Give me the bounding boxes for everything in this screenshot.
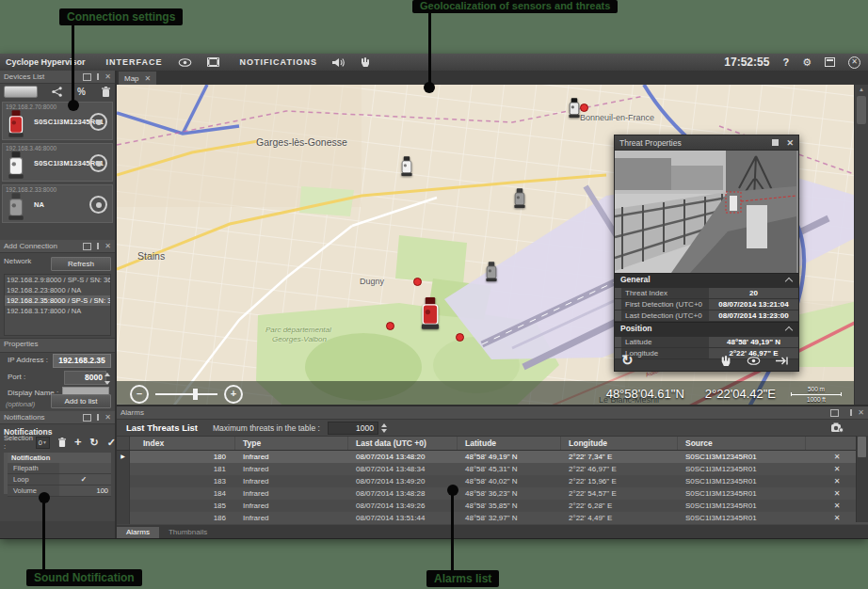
- alarm-settings-icon[interactable]: [831, 422, 844, 433]
- restore-window-icon[interactable]: [825, 57, 835, 67]
- panel-restore-icon[interactable]: [83, 243, 91, 250]
- settings-gear-icon[interactable]: ⚙: [802, 57, 812, 67]
- share-icon[interactable]: [52, 87, 62, 97]
- menu-notifications[interactable]: NOTIFICATIONS: [240, 57, 317, 67]
- map-sensor-marker[interactable]: [399, 156, 414, 177]
- network-list-item[interactable]: 192.168.2.35:8000 / SP-S / SN: 31001: [5, 295, 110, 306]
- panel-pin-icon[interactable]: [850, 409, 852, 416]
- close-icon[interactable]: ✕: [786, 138, 794, 148]
- map-sensor-marker[interactable]: [512, 188, 527, 209]
- map-threat-dot[interactable]: [456, 333, 464, 342]
- refresh-icon[interactable]: ↻: [90, 438, 99, 447]
- property-value[interactable]: ✓: [59, 474, 111, 485]
- trash-icon[interactable]: [58, 438, 66, 447]
- tab-thumbnails[interactable]: Thumbnails: [159, 527, 217, 538]
- device-target-button[interactable]: [89, 113, 107, 131]
- trash-icon[interactable]: [102, 87, 110, 97]
- gesture-icon[interactable]: [719, 355, 731, 367]
- panel-restore-icon[interactable]: [830, 409, 839, 417]
- max-threats-input[interactable]: 1000: [328, 422, 378, 435]
- threat-property-label: Latitude: [621, 337, 709, 347]
- zoom-slider[interactable]: [155, 393, 217, 395]
- confirm-icon[interactable]: ✓: [107, 438, 115, 447]
- column-header-longitude[interactable]: Longitude: [561, 437, 678, 450]
- zoom-slider-handle[interactable]: [193, 389, 198, 400]
- map-threat-dot[interactable]: [580, 103, 588, 112]
- goto-arrow-icon[interactable]: [776, 357, 789, 365]
- annotation-geolocalization: Geolocalization of sensors and threats: [412, 0, 618, 13]
- device-list-item[interactable]: 192.168.3.46:8000 S0SC1I3M12345R01: [2, 143, 113, 182]
- panel-pin-icon[interactable]: [97, 73, 99, 80]
- position-section-header[interactable]: Position: [615, 322, 798, 337]
- scroll-thumb[interactable]: [857, 96, 866, 124]
- map-threat-dot[interactable]: [386, 322, 394, 330]
- minimize-icon[interactable]: [772, 139, 779, 146]
- alarm-row[interactable]: 184Infrared08/07/2014 13:48:2848°58' 36,…: [117, 487, 868, 500]
- selection-dropdown[interactable]: 0 ▼: [36, 437, 50, 449]
- scroll-thumb[interactable]: [858, 437, 866, 457]
- column-header-type[interactable]: Type: [235, 437, 348, 450]
- panel-pin-icon[interactable]: [97, 243, 99, 249]
- tab-alarms[interactable]: Alarms: [117, 527, 159, 538]
- column-header-latitude[interactable]: Latitude: [458, 437, 561, 450]
- alarm-row[interactable]: 181Infrared08/07/2014 13:48:3448°58' 45,…: [117, 463, 868, 475]
- tab-map[interactable]: Map ✕: [119, 72, 156, 86]
- add-icon[interactable]: +: [74, 438, 82, 447]
- refresh-icon[interactable]: ↻: [621, 353, 634, 368]
- tab-close-icon[interactable]: ✕: [145, 74, 152, 83]
- port-spinner[interactable]: [104, 371, 111, 387]
- panel-close-icon[interactable]: ✕: [104, 73, 111, 81]
- alarm-row[interactable]: 183Infrared08/07/2014 13:49:2048°58' 40,…: [117, 475, 868, 487]
- panel-close-icon[interactable]: ✕: [858, 409, 864, 417]
- device-target-button[interactable]: [89, 196, 107, 214]
- map-view[interactable]: Garges-lès-GonesseBonneuil-en-FranceStai…: [117, 85, 855, 406]
- device-list-item[interactable]: 192.168.2.70:8000 S0SC1I3M12345R01: [2, 102, 113, 140]
- network-list-item[interactable]: 192.168.3.17:8000 / NA: [5, 306, 110, 316]
- hand-icon[interactable]: [360, 56, 370, 68]
- refresh-button[interactable]: Refresh: [51, 257, 111, 271]
- ip-address-value[interactable]: 192.168.2.35: [53, 354, 111, 368]
- network-list-item[interactable]: 192.168.2.23:8000 / NA: [5, 285, 110, 295]
- help-button[interactable]: ?: [782, 56, 789, 68]
- zoom-control: – +: [130, 385, 243, 404]
- add-to-list-button[interactable]: Add to list: [51, 394, 111, 408]
- eye-icon[interactable]: [178, 58, 192, 67]
- property-value[interactable]: 100: [59, 486, 111, 496]
- panel-restore-icon[interactable]: [83, 414, 91, 422]
- port-input[interactable]: 8000: [64, 371, 106, 385]
- column-header-index[interactable]: Index: [130, 437, 235, 450]
- device-locate-button[interactable]: [4, 86, 38, 98]
- close-window-icon[interactable]: ✕: [848, 56, 860, 69]
- max-threats-spinner[interactable]: [381, 423, 387, 433]
- speaker-icon[interactable]: [332, 57, 345, 68]
- device-list-item[interactable]: 192.168.2.33:8000 NA: [2, 184, 113, 223]
- alarm-cell: Infrared: [235, 500, 348, 512]
- map-sensor-marker[interactable]: [484, 262, 499, 282]
- panel-pin-icon[interactable]: [97, 414, 99, 421]
- panel-close-icon[interactable]: ✕: [104, 414, 111, 422]
- scroll-up-icon[interactable]: ▲: [855, 85, 868, 94]
- percent-icon[interactable]: %: [77, 87, 86, 97]
- menu-interface[interactable]: INTERFACE: [106, 57, 163, 67]
- property-value[interactable]: [59, 463, 111, 473]
- column-header-source[interactable]: Source: [678, 437, 806, 450]
- column-header-last-data-utc-0-[interactable]: Last data (UTC +0): [348, 437, 458, 450]
- alarm-row[interactable]: 186Infrared08/07/2014 13:51:4448°58' 32,…: [117, 512, 868, 524]
- map-scrollbar[interactable]: ▲: [854, 85, 868, 406]
- device-target-button[interactable]: [89, 154, 107, 172]
- zoom-in-button[interactable]: +: [224, 385, 243, 404]
- map-threat-dot[interactable]: [413, 278, 422, 286]
- alarm-row[interactable]: ▶180Infrared08/07/2014 13:48:2048°58' 49…: [117, 451, 868, 463]
- map-sensor-marker[interactable]: [418, 297, 442, 330]
- network-list-item[interactable]: 192.168.2.9:8000 / SP-S / SN: 3640: [5, 275, 110, 285]
- alarm-row[interactable]: 185Infrared08/07/2014 13:49:2648°58' 35,…: [117, 500, 868, 512]
- general-section-header[interactable]: General: [615, 273, 798, 288]
- alarms-scrollbar[interactable]: [856, 436, 868, 522]
- panel-restore-icon[interactable]: [83, 73, 91, 81]
- zoom-out-button[interactable]: –: [130, 385, 149, 404]
- film-icon[interactable]: [207, 57, 219, 67]
- threat-property-label: First Detection (UTC+0: [621, 299, 709, 310]
- eye-icon[interactable]: [747, 357, 761, 365]
- panel-close-icon[interactable]: ✕: [104, 243, 111, 250]
- annotation-dot: [68, 100, 79, 111]
